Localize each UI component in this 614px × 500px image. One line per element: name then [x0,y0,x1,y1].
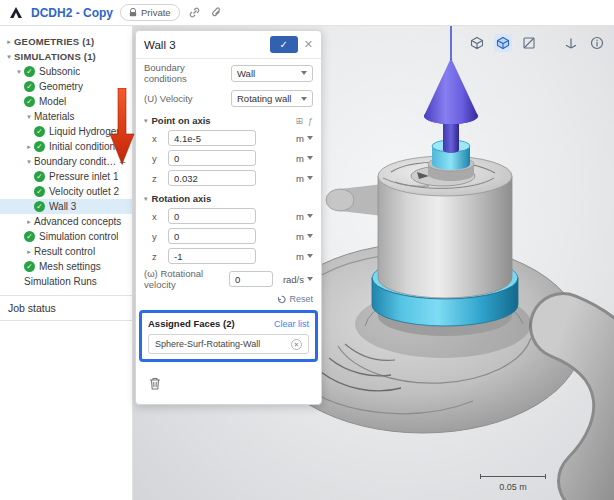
chevron-icon[interactable]: ▾ [4,53,14,61]
tree-item-liquid-hydrogen[interactable]: ✓ Liquid Hydrogen [0,124,132,139]
chevron-icon[interactable]: ▸ [24,218,34,226]
delete-trash-icon[interactable] [146,374,164,392]
confirm-button[interactable]: ✓ [270,36,298,53]
tree-item-wall-3[interactable]: ✓ Wall 3 [0,199,132,214]
chevron-icon[interactable]: ▸ [24,143,34,151]
axes-icon[interactable] [562,34,580,52]
tree-item-pressure-inlet-1[interactable]: ✓ Pressure inlet 1 [0,169,132,184]
privacy-badge[interactable]: Private [120,4,180,21]
rotational-velocity-input[interactable] [229,271,273,287]
tree-item-mesh-settings[interactable]: ✓ Mesh settings [0,259,132,274]
tree-item-materials[interactable]: ▾ Materials [0,109,132,124]
lock-icon [129,8,137,17]
rotation-axis-header[interactable]: ▾ Rotation axis [136,188,321,206]
chevron-down-icon [307,254,313,258]
point-z-input[interactable] [168,170,256,186]
chevron-icon[interactable]: ▸ [24,248,34,256]
axis-y-input[interactable] [168,228,256,244]
chevron-down-icon [307,176,313,180]
reset-link[interactable]: Reset [136,292,321,308]
assigned-faces-title: Assigned Faces (2) [148,318,235,329]
check-circle-icon: ✓ [24,81,35,92]
tree-item-advanced-concepts[interactable]: ▸ Advanced concepts [0,214,132,229]
tree-item-label: GEOMETRIES (1) [14,36,94,47]
sidebar: ▸ GEOMETRIES (1) ▾ SIMULATIONS (1) ▾ ✓ S… [0,26,133,500]
tree-item-label: Result control [34,246,95,257]
tree-item-label: Mesh settings [39,261,101,272]
tree-item-label: SIMULATIONS (1) [14,51,96,62]
tree-item-label: Wall 3 [49,201,76,212]
tree-item-velocity-outlet-2[interactable]: ✓ Velocity outlet 2 [0,184,132,199]
boundary-conditions-select[interactable]: Wall [231,65,313,82]
tree-item-simulation-control[interactable]: ✓ Simulation control [0,229,132,244]
panel-title: Wall 3 [144,39,264,51]
simulation-tree: ▸ GEOMETRIES (1) ▾ SIMULATIONS (1) ▾ ✓ S… [0,34,132,289]
axis-x-input[interactable] [168,208,256,224]
render-mode-icon[interactable] [468,34,486,52]
point-z-row: z m [136,168,321,188]
velocity-label: (U) Velocity [144,93,231,104]
axis-x-row: x m [136,206,321,226]
add-button[interactable]: + [117,156,128,168]
chevron-down-icon [307,214,313,218]
tree-item-geometry[interactable]: ✓ Geometry [0,79,132,94]
assigned-face-item[interactable]: Sphere-Surf-Rotating-Wall ✕ [148,334,309,354]
point-x-unit-select[interactable]: m [296,133,313,144]
clear-list-link[interactable]: Clear list [274,319,309,329]
rotational-velocity-row: (ω) Rotational velocity rad/s [136,266,321,292]
tree-item-model[interactable]: ✓ Model [0,94,132,109]
chevron-down-icon [307,234,313,238]
axis-z-input[interactable] [168,248,256,264]
chevron-down-icon [307,277,313,281]
chevron-icon[interactable]: ▾ [24,158,34,166]
check-circle-icon: ✓ [24,66,35,77]
shaded-view-icon[interactable] [494,34,512,52]
point-y-unit-select[interactable]: m [296,153,313,164]
axis-y-unit-select[interactable]: m [296,231,313,242]
section-view-icon[interactable] [520,34,538,52]
tree-item-label: Geometry [39,81,83,92]
tree-item-subsonic[interactable]: ▾ ✓ Subsonic [0,64,132,79]
point-y-input[interactable] [168,150,256,166]
chevron-down-icon [301,71,307,75]
tree-item-simulation-runs[interactable]: Simulation Runs [0,274,132,289]
tree-item-label: Pressure inlet 1 [49,171,118,182]
paperclip-icon[interactable] [209,5,224,20]
axis-z-row: z m [136,246,321,266]
tree-item-result-control[interactable]: ▸ Result control [0,244,132,259]
remove-face-icon[interactable]: ✕ [291,339,302,350]
tree-item-simulations-1[interactable]: ▾ SIMULATIONS (1) [0,49,132,64]
tree-item-boundary-conditions[interactable]: ▾ Boundary conditions + [0,154,132,169]
chevron-icon[interactable]: ▾ [24,113,34,121]
point-y-row: y m [136,148,321,168]
formula-icon[interactable]: ƒ [308,116,313,126]
tree-item-label: Velocity outlet 2 [49,186,119,197]
rotational-velocity-unit-select[interactable]: rad/s [283,274,313,285]
job-status-header[interactable]: Job status [0,295,132,321]
share-link-icon[interactable] [187,5,202,20]
axis-z-unit-select[interactable]: m [296,251,313,262]
point-x-input[interactable] [168,130,256,146]
tree-item-geometries-1[interactable]: ▸ GEOMETRIES (1) [0,34,132,49]
check-circle-icon: ✓ [34,201,45,212]
table-input-icon[interactable]: ⊞ [295,116,303,126]
scale-bar-label: 0.05 m [480,482,546,492]
info-icon[interactable] [588,34,606,52]
chevron-down-icon: ▾ [144,117,148,125]
axis-x-unit-select[interactable]: m [296,211,313,222]
point-z-unit-select[interactable]: m [296,173,313,184]
rotational-velocity-label: (ω) Rotational velocity [144,268,223,290]
chevron-icon[interactable]: ▾ [14,68,24,76]
main-area: ▸ GEOMETRIES (1) ▾ SIMULATIONS (1) ▾ ✓ S… [0,26,614,500]
tree-item-initial-conditions[interactable]: ▸ ✓ Initial conditions [0,139,132,154]
panel-header: Wall 3 ✓ ✕ [136,31,321,59]
check-circle-icon: ✓ [24,261,35,272]
tree-item-label: Liquid Hydrogen [49,126,122,137]
boundary-conditions-label: Boundary conditions [144,62,231,84]
chevron-icon[interactable]: ▸ [4,38,14,46]
close-icon[interactable]: ✕ [304,38,313,51]
boundary-condition-panel: Wall 3 ✓ ✕ Boundary conditions Wall (U) … [135,30,322,405]
app-logo-icon [8,5,24,21]
point-on-axis-header[interactable]: ▾ Point on axis ⊞ ƒ [136,110,321,128]
velocity-select[interactable]: Rotating wall [231,90,313,107]
